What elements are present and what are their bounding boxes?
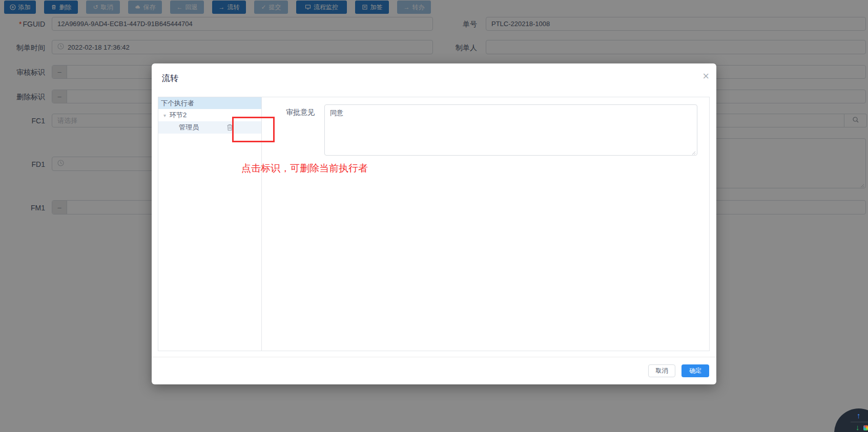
footer-divider	[152, 357, 716, 357]
scroll-to-bottom-icon[interactable]: ↓	[856, 423, 860, 431]
modal-cancel-label: 取消	[656, 366, 668, 375]
workflow-page: 添加 删除 ↺ 取消 保存 ← 回退 → 流转 ✓ 提交	[0, 0, 868, 432]
corner-colorful-icon	[863, 425, 868, 430]
modal-content: 下个执行者 ▾ 环节2 管理员 点击标识，可删除当前执行者 审批意见	[158, 97, 710, 351]
corner-divider	[851, 422, 868, 422]
scroll-to-top-icon[interactable]: ↑	[857, 411, 861, 420]
modal-title: 流转	[162, 73, 178, 84]
annotation-highlight-box	[232, 117, 275, 142]
tree-node-admin-label: 管理员	[179, 123, 199, 132]
modal-ok-button[interactable]: 确定	[681, 364, 709, 377]
flow-modal: 流转 × 下个执行者 ▾ 环节2 管理员	[152, 63, 716, 384]
modal-ok-label: 确定	[689, 366, 701, 375]
opinion-label: 审批意见	[284, 108, 315, 117]
opinion-textarea[interactable]: 同意	[324, 104, 697, 156]
resize-handle-icon[interactable]	[691, 149, 696, 154]
modal-cancel-button[interactable]: 取消	[648, 364, 675, 377]
opinion-value: 同意	[330, 109, 343, 117]
annotation-text: 点击标识，可删除当前执行者	[241, 162, 368, 175]
close-icon[interactable]: ×	[702, 71, 709, 82]
tree-node-step2-label: 环节2	[170, 111, 187, 120]
chevron-down-icon: ▾	[163, 113, 166, 118]
tree-header: 下个执行者	[158, 97, 261, 109]
